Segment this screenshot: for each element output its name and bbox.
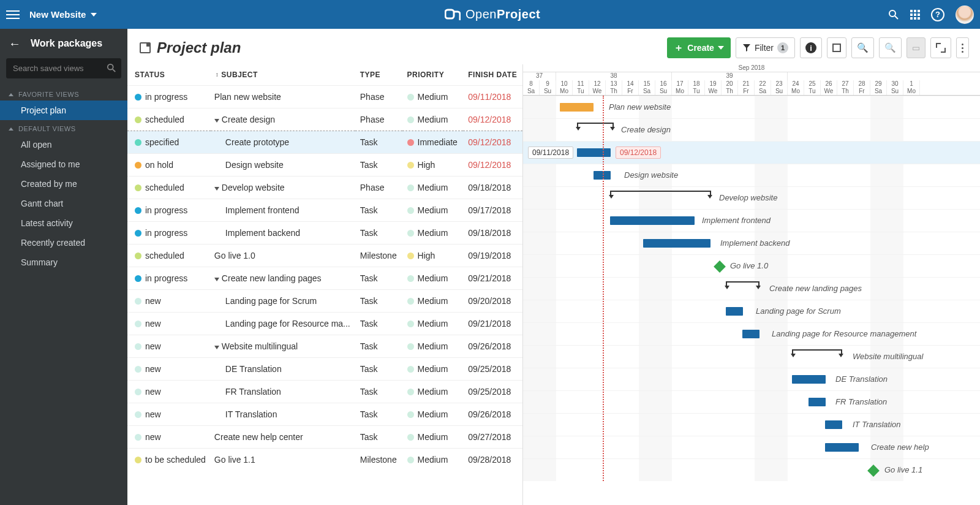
gantt-bar[interactable] <box>610 216 695 225</box>
gantt-row[interactable]: Landing page for Scrum <box>523 300 980 322</box>
gantt-row[interactable]: Implement backend <box>523 232 980 254</box>
gantt-bar[interactable] <box>825 443 859 452</box>
status-dot <box>135 162 141 169</box>
table-row[interactable]: on holdDesign websiteTaskHigh09/12/2018 <box>127 154 522 177</box>
gantt-label: Implement frontend <box>702 216 771 225</box>
gantt-bar[interactable] <box>825 420 842 429</box>
sidebar-item[interactable]: Gantt chart <box>0 194 127 213</box>
more-actions-button[interactable] <box>956 37 969 58</box>
table-row[interactable]: scheduledDevelop websitePhaseMedium09/18… <box>127 177 522 199</box>
table-row[interactable]: in progressImplement frontendTaskMedium0… <box>127 199 522 222</box>
gantt-milestone[interactable] <box>714 260 726 273</box>
col-type[interactable]: TYPE <box>355 64 402 86</box>
project-selector[interactable]: New Website <box>29 9 97 20</box>
gantt-week: 37 <box>523 72 556 80</box>
gantt-row[interactable]: Create new help <box>523 436 980 458</box>
priority-value: High <box>418 251 435 260</box>
gantt-milestone[interactable] <box>867 465 880 477</box>
zoom-fit-button[interactable]: ▭ <box>907 37 925 58</box>
gantt-row[interactable]: Create design <box>523 118 980 141</box>
sidebar-item[interactable]: Assigned to me <box>0 154 127 174</box>
table-row[interactable]: newLanding page for ScrumTaskMedium09/20… <box>127 290 522 313</box>
sidebar-group-favorite[interactable]: FAVORITE VIEWS <box>0 86 127 101</box>
gantt-row[interactable]: IT Translation <box>523 413 980 436</box>
sidebar-item[interactable]: Created by me <box>0 174 127 194</box>
sidebar-item[interactable]: All open <box>0 135 127 154</box>
gantt-phase-bracket[interactable] <box>577 123 614 127</box>
maximize-button[interactable] <box>930 37 951 58</box>
table-row[interactable]: in progressCreate new landing pagesTaskM… <box>127 267 522 290</box>
menu-icon[interactable] <box>6 8 20 21</box>
table-row[interactable]: newIT TranslationTaskMedium09/26/2018 <box>127 403 522 426</box>
sidebar-item[interactable]: Summary <box>0 252 127 272</box>
gantt-row[interactable]: 09/11/201809/12/2018 <box>523 141 980 164</box>
sidebar-group-default[interactable]: DEFAULT VIEWS <box>0 120 127 135</box>
sidebar-item[interactable]: Recently created <box>0 233 127 252</box>
help-icon[interactable]: ? <box>931 8 944 21</box>
expand-icon[interactable] <box>214 187 219 191</box>
gantt-row[interactable]: Website multilingual <box>523 345 980 368</box>
gantt-row[interactable]: FR Translation <box>523 390 980 413</box>
gantt-bar[interactable] <box>560 103 594 112</box>
type-value: Task <box>355 335 402 358</box>
gantt-row[interactable]: Landing page for Resource management <box>523 322 980 345</box>
gantt-bar[interactable] <box>742 330 760 338</box>
gantt-row[interactable]: Develop website <box>523 186 980 209</box>
table-row[interactable]: scheduledGo live 1.0MilestoneHigh09/19/2… <box>127 245 522 267</box>
gantt-row[interactable]: Go live 1.1 <box>523 458 980 481</box>
table-row[interactable]: newFR TranslationTaskMedium09/25/2018 <box>127 381 522 403</box>
filter-icon <box>742 44 751 52</box>
gantt-phase-bracket[interactable] <box>726 281 760 286</box>
table-row[interactable]: newWebsite multilingualTaskMedium09/26/2… <box>127 335 522 358</box>
filter-count-badge: 1 <box>777 42 788 53</box>
expand-icon[interactable] <box>214 119 219 123</box>
table-row[interactable]: to be scheduledGo live 1.1MilestoneMediu… <box>127 449 522 471</box>
gantt-row[interactable]: Design website <box>523 164 980 186</box>
gantt-row[interactable]: DE Translation <box>523 368 980 390</box>
info-button[interactable]: i <box>800 37 822 58</box>
sidebar-item[interactable]: Latest activity <box>0 213 127 233</box>
fit-icon: ▭ <box>912 43 920 53</box>
status-value: in progress <box>145 205 187 215</box>
priority-dot <box>407 298 414 305</box>
col-subject[interactable]: ↕SUBJECT <box>211 64 355 86</box>
table-row[interactable]: specifiedCreate prototypeTaskImmediate09… <box>127 131 522 154</box>
gantt-bar[interactable] <box>594 171 611 180</box>
col-status[interactable]: STATUS <box>127 64 211 86</box>
gantt-row[interactable]: Implement frontend <box>523 209 980 232</box>
gantt-row[interactable]: Create new landing pages <box>523 277 980 300</box>
table-row[interactable]: in progressPlan new websitePhaseMedium09… <box>127 86 522 108</box>
table-row[interactable]: scheduledCreate designPhaseMedium09/12/2… <box>127 108 522 131</box>
gantt-bar[interactable] <box>577 148 611 157</box>
user-avatar[interactable] <box>956 6 974 24</box>
fullscreen-button[interactable] <box>827 37 846 58</box>
zoom-in-button[interactable]: 🔍 <box>851 37 874 58</box>
create-button[interactable]: ＋ Create <box>667 37 731 58</box>
back-arrow-icon[interactable]: ← <box>9 37 21 50</box>
chevron-up-icon <box>9 93 13 96</box>
sidebar-item[interactable]: Project plan <box>0 101 127 120</box>
gantt-bar[interactable] <box>809 398 826 406</box>
expand-icon[interactable] <box>214 278 219 281</box>
subject-value: Go live 1.0 <box>214 251 255 260</box>
table-row[interactable]: newCreate new help centerTaskMedium09/27… <box>127 426 522 449</box>
priority-dot <box>407 321 414 327</box>
gantt-phase-bracket[interactable] <box>792 349 842 354</box>
zoom-out-button[interactable]: 🔍 <box>879 37 902 58</box>
table-row[interactable]: newDE TranslationTaskMedium09/25/2018 <box>127 358 522 381</box>
col-finish[interactable]: FINISH DATE <box>463 64 522 86</box>
gantt-bar[interactable] <box>792 375 826 384</box>
table-row[interactable]: newLanding page for Resource ma...TaskMe… <box>127 313 522 335</box>
gantt-phase-bracket[interactable] <box>610 191 711 196</box>
search-input[interactable] <box>6 58 121 78</box>
table-row[interactable]: in progressImplement backendTaskMedium09… <box>127 222 522 245</box>
search-icon[interactable] <box>888 9 899 20</box>
expand-icon[interactable] <box>214 346 219 349</box>
gantt-row[interactable]: Plan new website <box>523 96 980 118</box>
col-priority[interactable]: PRIORITY <box>402 64 464 86</box>
apps-icon[interactable] <box>910 10 920 20</box>
filter-button[interactable]: Filter 1 <box>736 37 795 58</box>
gantt-row[interactable]: Go live 1.0 <box>523 254 980 277</box>
gantt-bar[interactable] <box>643 239 710 248</box>
gantt-bar[interactable] <box>726 307 743 316</box>
